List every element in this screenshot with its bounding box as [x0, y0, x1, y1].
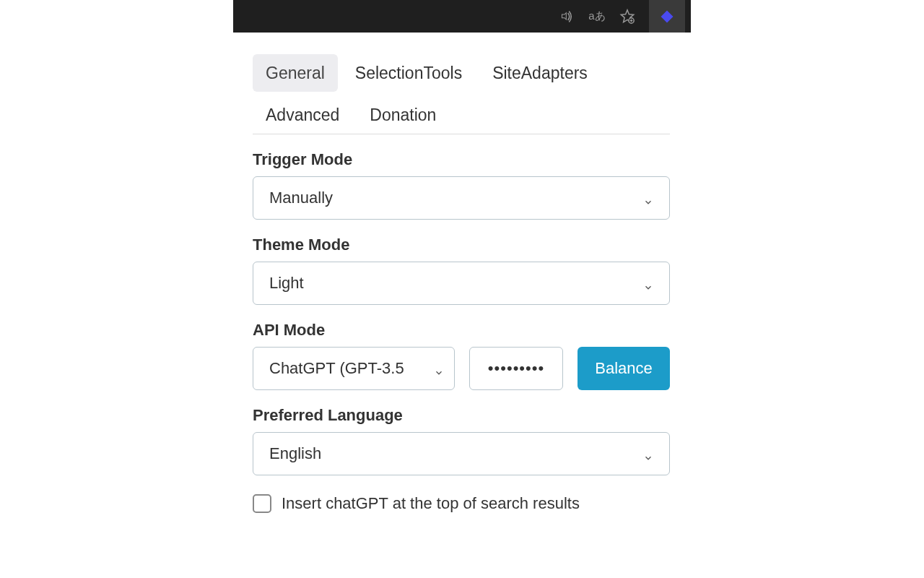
api-key-input[interactable]: •••••••••	[469, 347, 563, 390]
label-api-mode: API Mode	[253, 321, 670, 340]
tabs-row: General SelectionTools SiteAdapters Adva…	[253, 54, 670, 134]
section-preferred-language: Preferred Language English	[253, 406, 670, 475]
tab-general[interactable]: General	[253, 54, 338, 92]
translate-icon[interactable]: aあ	[588, 8, 606, 25]
checkbox-insert-top-label: Insert chatGPT at the top of search resu…	[282, 494, 580, 513]
checkbox-insert-top-row: Insert chatGPT at the top of search resu…	[253, 494, 670, 513]
extension-button[interactable]	[649, 0, 685, 33]
label-preferred-language: Preferred Language	[253, 406, 670, 425]
label-theme-mode: Theme Mode	[253, 236, 670, 254]
browser-toolbar: aあ	[233, 0, 691, 33]
select-api-mode[interactable]: ChatGPT (GPT-3.5	[253, 347, 455, 390]
section-api-mode: API Mode ChatGPT (GPT-3.5 ••••••••• Bala…	[253, 321, 670, 390]
chevron-down-icon	[643, 193, 653, 203]
select-theme-mode-value: Light	[269, 274, 304, 293]
select-theme-mode[interactable]: Light	[253, 262, 670, 305]
select-trigger-mode-value: Manually	[269, 189, 333, 207]
select-trigger-mode[interactable]: Manually	[253, 176, 670, 220]
favorites-icon[interactable]	[619, 8, 636, 25]
section-theme-mode: Theme Mode Light	[253, 236, 670, 305]
balance-button[interactable]: Balance	[578, 347, 670, 390]
api-mode-row: ChatGPT (GPT-3.5 ••••••••• Balance	[253, 347, 670, 390]
tab-donation[interactable]: Donation	[357, 96, 449, 134]
select-api-mode-value: ChatGPT (GPT-3.5	[269, 359, 404, 378]
extension-icon	[661, 10, 674, 22]
chevron-down-icon	[643, 278, 653, 288]
chevron-down-icon	[643, 449, 653, 459]
tab-site-adapters[interactable]: SiteAdapters	[479, 54, 601, 92]
tab-advanced[interactable]: Advanced	[253, 96, 352, 134]
label-trigger-mode: Trigger Mode	[253, 150, 670, 169]
read-aloud-icon[interactable]	[558, 8, 575, 25]
select-preferred-language[interactable]: English	[253, 432, 670, 475]
tab-selection-tools[interactable]: SelectionTools	[342, 54, 475, 92]
settings-panel: General SelectionTools SiteAdapters Adva…	[253, 54, 670, 513]
select-preferred-language-value: English	[269, 444, 321, 463]
checkbox-insert-top[interactable]	[253, 494, 271, 513]
section-trigger-mode: Trigger Mode Manually	[253, 150, 670, 220]
chevron-down-icon	[434, 363, 444, 374]
